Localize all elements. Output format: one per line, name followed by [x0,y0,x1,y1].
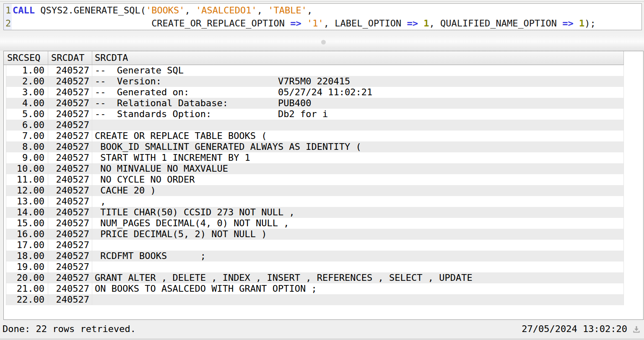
cell-srcdta: TITLE CHAR(50) CCSID 273 NOT NULL , [92,207,624,218]
download-icon[interactable] [632,324,641,334]
sql-code-editor[interactable]: CALL QSYS2.GENERATE_SQL('BOOKS', 'ASALCE… [12,4,641,30]
cell-srcseq: 19.00 [6,262,48,272]
cell-srcseq: 11.00 [6,174,48,185]
cell-srcdta: GRANT ALTER , DELETE , INDEX , INSERT , … [92,272,624,283]
cell-srcdta: RCDFMT BOOKS ; [92,251,624,262]
cell-srcdta: -- Relational Database: PUB400 [92,98,624,109]
table-row[interactable]: 15.00240527 NUM_PAGES DECIMAL(4, 0) NOT … [4,218,624,229]
cell-srcdat: 240527 [48,174,92,185]
cell-srcdat: 240527 [48,98,92,109]
column-header-srcdat[interactable]: SRCDAT [48,51,92,65]
cell-srcseq: 21.00 [6,283,48,294]
cell-srcdta: , [92,196,624,207]
cell-srcseq: 15.00 [6,218,48,229]
table-row[interactable]: 19.00240527 [4,262,624,272]
cell-srcseq: 12.00 [6,185,48,196]
cell-srcdat: 240527 [48,262,92,272]
column-header-srcseq[interactable]: SRCSEQ [6,51,48,65]
table-row[interactable]: 7.00240527CREATE OR REPLACE TABLE BOOKS … [4,131,624,141]
cell-srcseq: 9.00 [6,152,48,163]
table-row[interactable]: 18.00240527 RCDFMT BOOKS ; [4,251,624,262]
cell-srcdat: 240527 [48,251,92,262]
cell-srcseq: 20.00 [6,272,48,283]
cell-srcdta: -- Generated on: 05/27/24 11:02:21 [92,87,624,98]
table-row[interactable]: 1.00240527-- Generate SQL [4,65,624,76]
cell-srcseq: 6.00 [6,120,48,131]
table-row[interactable]: 12.00240527 CACHE 20 ) [4,185,624,196]
cell-srcdat: 240527 [48,65,92,76]
table-row[interactable]: 4.00240527-- Relational Database: PUB400 [4,98,624,109]
cell-srcdta: -- Standards Option: Db2 for i [92,109,624,120]
table-row[interactable]: 14.00240527 TITLE CHAR(50) CCSID 273 NOT… [4,207,624,218]
cell-srcdat: 240527 [48,207,92,218]
column-header-srcdta[interactable]: SRCDTA [92,51,624,65]
table-row[interactable]: 22.00240527 [4,294,624,305]
cell-srcdta: ON BOOKS TO ASALCEDO WITH GRANT OPTION ; [92,283,624,294]
cell-srcdat: 240527 [48,229,92,240]
table-row[interactable]: 8.00240527 BOOK_ID SMALLINT GENERATED AL… [4,141,624,152]
grid-body: 1.00240527-- Generate SQL2.00240527-- Ve… [4,65,643,305]
table-row[interactable]: 2.00240527-- Version: V7R5M0 220415 [4,76,624,87]
cell-srcseq: 1.00 [6,65,48,76]
run-sql-scripts-window: { "editor": { "lines": [ { "number": "1"… [0,0,644,340]
cell-srcdta: NO CYCLE NO ORDER [92,174,624,185]
cell-srcseq: 7.00 [6,131,48,141]
cell-srcdta: START WITH 1 INCREMENT BY 1 [92,152,624,163]
cell-srcdta [92,262,624,272]
status-timestamp: 27/05/2024 13:02:20 [522,320,627,338]
cell-srcdat: 240527 [48,152,92,163]
cell-srcdta: NUM_PAGES DECIMAL(4, 0) NOT NULL , [92,218,624,229]
line-number: 2 [4,17,12,30]
cell-srcdat: 240527 [48,218,92,229]
table-row[interactable]: 11.00240527 NO CYCLE NO ORDER [4,174,624,185]
results-grid-panel: SRCSEQSRCDATSRCDTA 1.00240527-- Generate… [3,51,644,320]
cell-srcdat: 240527 [48,272,92,283]
cell-srcseq: 16.00 [6,229,48,240]
cell-srcseq: 13.00 [6,196,48,207]
cell-srcdta: NO MINVALUE NO MAXVALUE [92,163,624,174]
cell-srcdat: 240527 [48,196,92,207]
cell-srcdat: 240527 [48,294,92,305]
table-row[interactable]: 9.00240527 START WITH 1 INCREMENT BY 1 [4,152,624,163]
cell-srcdat: 240527 [48,131,92,141]
cell-srcseq: 22.00 [6,294,48,305]
cell-srcdta [92,240,624,251]
table-row[interactable]: 6.00240527 [4,120,624,131]
cell-srcdat: 240527 [48,87,92,98]
cell-srcseq: 5.00 [6,109,48,120]
cell-srcdat: 240527 [48,163,92,174]
cell-srcseq: 18.00 [6,251,48,262]
panel-splitter[interactable] [0,30,644,51]
cell-srcdta: CREATE OR REPLACE TABLE BOOKS ( [92,131,624,141]
line-number: 1 [4,4,12,17]
grid-header: SRCSEQSRCDATSRCDTA [4,51,624,65]
table-row[interactable]: 17.00240527 [4,240,624,251]
cell-srcdta: CACHE 20 ) [92,185,624,196]
code-line: CREATE_OR_REPLACE_OPTION => '1', LABEL_O… [12,17,641,30]
cell-srcdta: -- Generate SQL [92,65,624,76]
table-row[interactable]: 13.00240527 , [4,196,624,207]
table-row[interactable]: 20.00240527GRANT ALTER , DELETE , INDEX … [4,272,624,283]
code-line: CALL QSYS2.GENERATE_SQL('BOOKS', 'ASALCE… [12,4,641,17]
splitter-grip-icon[interactable] [321,40,326,44]
editor-gutter: 12 [4,4,12,30]
table-row[interactable]: 5.00240527-- Standards Option: Db2 for i [4,109,624,120]
cell-srcdta: -- Version: V7R5M0 220415 [92,76,624,87]
cell-srcdta [92,294,624,305]
status-message: Done: 22 rows retrieved. [3,320,136,338]
cell-srcseq: 8.00 [6,141,48,152]
table-row[interactable]: 16.00240527 PRICE DECIMAL(5, 2) NOT NULL… [4,229,624,240]
cell-srcdat: 240527 [48,76,92,87]
table-row[interactable]: 21.00240527ON BOOKS TO ASALCEDO WITH GRA… [4,283,624,294]
cell-srcseq: 10.00 [6,163,48,174]
table-row[interactable]: 3.00240527-- Generated on: 05/27/24 11:0… [4,87,624,98]
cell-srcseq: 14.00 [6,207,48,218]
cell-srcdat: 240527 [48,120,92,131]
cell-srcdta [92,120,624,131]
cell-srcdat: 240527 [48,185,92,196]
cell-srcdta: PRICE DECIMAL(5, 2) NOT NULL ) [92,229,624,240]
cell-srcseq: 2.00 [6,76,48,87]
cell-srcdat: 240527 [48,141,92,152]
table-row[interactable]: 10.00240527 NO MINVALUE NO MAXVALUE [4,163,624,174]
cell-srcseq: 17.00 [6,240,48,251]
